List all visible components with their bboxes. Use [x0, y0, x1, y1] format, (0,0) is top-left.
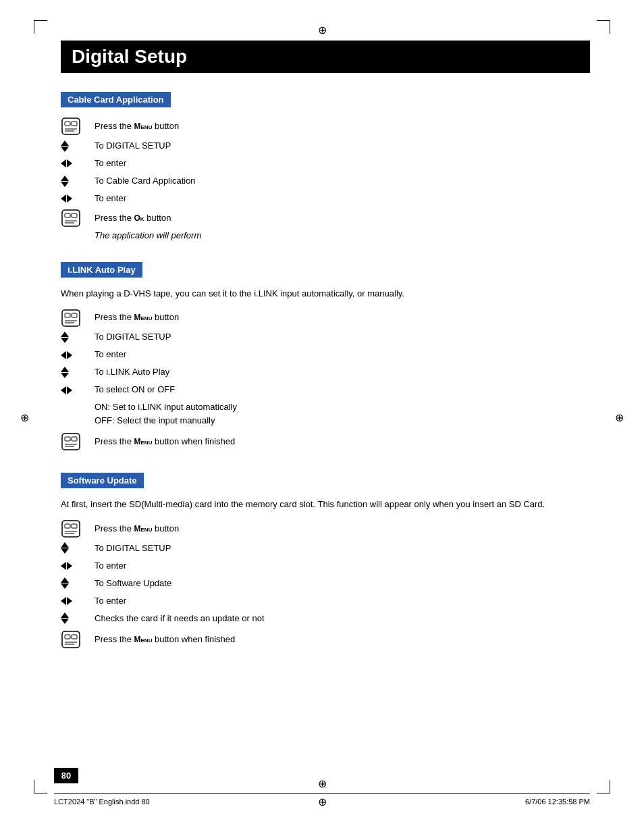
arrow-leftright-icon: [61, 351, 72, 359]
section-cable-card: Cable Card Application Press the Menu bu…: [61, 92, 590, 240]
svg-rect-2: [72, 122, 77, 126]
instruction-text: Checks the card if it needs an update or…: [95, 613, 590, 625]
menu-btn-icon-cell: [61, 432, 95, 451]
instruction-text: To enter: [95, 348, 590, 361]
arrow-ud-icon-cell: [61, 176, 95, 187]
menu-btn-icon-cell: [61, 117, 95, 136]
svg-rect-26: [65, 635, 70, 639]
svg-rect-7: [72, 213, 77, 217]
arrow-leftright-icon: [61, 597, 72, 605]
instruction-row: Press the Ok button: [61, 209, 590, 228]
ilink-instructions-2: Press the Menu button when finished: [61, 432, 590, 451]
instruction-text: To DIGITAL SETUP: [95, 542, 590, 554]
software-update-instructions-2: Press the Menu button when finished: [61, 630, 590, 649]
cable-card-instructions: Press the Menu button To DIGITAL SETUP: [61, 117, 590, 228]
menu-button-icon: [61, 209, 81, 228]
menu-btn-icon-cell: [61, 209, 95, 228]
instruction-row: Press the Menu button: [61, 309, 590, 328]
instruction-text: Press the Ok button: [95, 212, 590, 224]
corner-mark-br: [597, 780, 610, 793]
footer-crosshair: ⊕: [318, 796, 327, 808]
crosshair-right: ⊕: [615, 411, 624, 423]
instruction-row: Press the Menu button when finished: [61, 432, 590, 451]
instruction-row: To enter: [61, 558, 590, 573]
instruction-row: To i.LINK Auto Play: [61, 365, 590, 380]
corner-mark-bl: [34, 780, 47, 793]
software-update-instructions: Press the Menu button To DIGITAL SETUP: [61, 519, 590, 626]
arrow-lr-icon-cell: [61, 597, 95, 605]
instruction-row: Press the Menu button: [61, 117, 590, 136]
arrow-lr-icon-cell: [61, 386, 95, 394]
svg-rect-17: [72, 437, 77, 441]
crosshair-top: ⊕: [318, 24, 327, 36]
svg-rect-20: [62, 521, 80, 537]
arrow-updown-icon: [61, 577, 69, 589]
crosshair-bottom: ⊕: [318, 777, 327, 790]
instruction-text: To DIGITAL SETUP: [95, 331, 590, 343]
arrow-leftright-icon: [61, 386, 72, 394]
instruction-text: Press the Menu button when finished: [95, 633, 590, 646]
arrow-leftright-icon: [61, 159, 72, 167]
arrow-lr-icon-cell: [61, 194, 95, 203]
instruction-row: Press the Menu button: [61, 519, 590, 538]
instruction-row: To DIGITAL SETUP: [61, 541, 590, 556]
arrow-updown-icon: [61, 542, 69, 554]
arrow-leftright-icon: [61, 194, 72, 203]
page: ⊕ ⊕ ⊕ ⊕ Digital Setup Cable Card Applica…: [0, 0, 644, 834]
svg-rect-11: [65, 313, 70, 317]
arrow-ud-icon-cell: [61, 542, 95, 554]
instruction-text: To enter: [95, 595, 590, 607]
arrow-ud-icon-cell: [61, 577, 95, 589]
instruction-row: To Cable Card Application: [61, 174, 590, 188]
arrow-updown-icon: [61, 332, 69, 343]
instruction-text: To i.LINK Auto Play: [95, 366, 590, 378]
instruction-row: Press the Menu button when finished: [61, 630, 590, 649]
svg-rect-0: [62, 118, 80, 134]
arrow-ud-icon-cell: [61, 613, 95, 624]
subitem-on: ON: Set to i.LINK input automatically: [95, 400, 590, 415]
menu-button-icon: [61, 432, 81, 451]
arrow-lr-icon-cell: [61, 159, 95, 167]
instruction-row: To DIGITAL SETUP: [61, 330, 590, 345]
instruction-row: To select ON or OFF: [61, 383, 590, 398]
corner-mark-tl: [34, 20, 47, 34]
menu-btn-icon-cell: [61, 519, 95, 538]
footer-left: LCT2024 "B" English.indd 80: [54, 798, 150, 806]
page-number: 80: [54, 768, 78, 783]
instruction-row: To enter: [61, 348, 590, 363]
cable-card-note: The application will perform: [95, 230, 590, 240]
instruction-text: To Software Update: [95, 577, 590, 590]
arrow-updown-icon: [61, 367, 69, 378]
instruction-text: To select ON or OFF: [95, 384, 590, 396]
instruction-text: To enter: [95, 157, 590, 170]
page-title: Digital Setup: [61, 41, 590, 73]
instruction-text: Press the Menu button: [95, 311, 590, 323]
arrow-updown-icon: [61, 176, 69, 187]
instruction-text: To enter: [95, 560, 590, 572]
svg-rect-27: [72, 635, 77, 639]
arrow-ud-icon-cell: [61, 367, 95, 378]
arrow-updown-icon: [61, 140, 69, 152]
section-header-ilink: i.LINK Auto Play: [61, 262, 142, 278]
instruction-row: Checks the card if it needs an update or…: [61, 611, 590, 626]
section-software-update: Software Update At first, insert the SD(…: [61, 473, 590, 649]
svg-rect-10: [62, 310, 80, 326]
instruction-text: Press the Menu button: [95, 120, 590, 132]
svg-rect-12: [72, 313, 77, 317]
section-header-software-update: Software Update: [61, 473, 144, 488]
ilink-instructions: Press the Menu button To DIGITAL SETUP: [61, 309, 590, 398]
subitem-off: OFF: Select the input manually: [95, 414, 590, 428]
footer-right: 6/7/06 12:35:58 PM: [525, 798, 590, 806]
instruction-text: To Cable Card Application: [95, 175, 590, 187]
arrow-leftright-icon: [61, 562, 72, 570]
menu-button-icon: [61, 117, 81, 136]
instruction-text: To enter: [95, 192, 590, 205]
instruction-row: To enter: [61, 156, 590, 171]
svg-rect-21: [65, 524, 70, 528]
svg-rect-1: [65, 122, 70, 126]
arrow-lr-icon-cell: [61, 351, 95, 359]
corner-mark-tr: [597, 20, 610, 34]
menu-btn-icon-cell: [61, 630, 95, 649]
crosshair-left: ⊕: [20, 411, 29, 423]
software-update-description: At first, insert the SD(Multi-media) car…: [61, 498, 590, 511]
